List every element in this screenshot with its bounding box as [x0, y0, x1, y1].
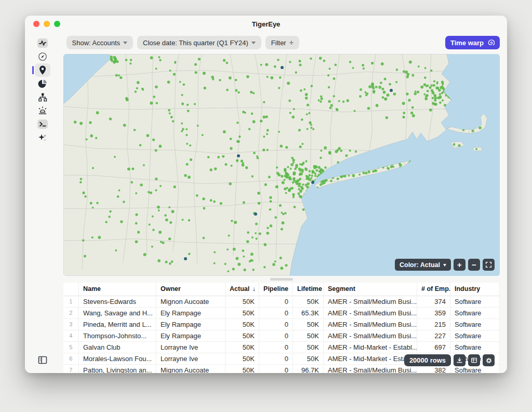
resize-handle[interactable]: [270, 278, 293, 281]
cell: Morales-Lawson Fou...: [79, 353, 156, 364]
cell: Wang, Savage and H...: [79, 307, 156, 318]
cell: AMER - Small/Medium Busi...: [324, 364, 417, 373]
close-window-button[interactable]: [33, 21, 39, 27]
download-icon: [456, 357, 463, 364]
cell: Thompson-Johnsto...: [79, 330, 156, 341]
sidebar-item-charts[interactable]: [35, 77, 50, 90]
column-header-actual[interactable]: Actual ↓: [225, 283, 259, 296]
column-header-pipeline[interactable]: Pipeline: [259, 283, 293, 296]
sidebar-item-explore[interactable]: [35, 50, 50, 63]
cell: 0: [259, 353, 293, 364]
org-chart-icon: [37, 92, 48, 102]
pie-chart-icon: [37, 78, 48, 89]
cell: Pineda, Merritt and L...: [79, 318, 156, 330]
minimize-window-button[interactable]: [44, 21, 50, 27]
column-header-lifetime-[interactable]: Lifetime ...: [293, 283, 324, 296]
sidebar-collapse-button[interactable]: [35, 353, 50, 367]
chevron-down-icon: [443, 264, 446, 267]
map-canvas[interactable]: Color: Actual + −: [63, 54, 500, 276]
filter-add-button[interactable]: Filter +: [265, 36, 299, 49]
fullscreen-icon: [485, 261, 492, 268]
cell: 50K: [225, 341, 259, 353]
row-number: 2: [63, 307, 79, 318]
pane-divider: [63, 276, 500, 283]
spiral-icon: [487, 39, 495, 47]
sidebar: [25, 32, 60, 373]
zoom-in-button[interactable]: +: [454, 259, 466, 271]
cell: Software: [450, 296, 500, 307]
row-number: 3: [63, 318, 79, 330]
show-dropdown-label: Show: Accounts: [72, 39, 121, 47]
cell: 96.7K: [293, 364, 324, 373]
show-dropdown[interactable]: Show: Accounts: [66, 36, 134, 49]
column-header-owner[interactable]: Owner: [156, 283, 225, 296]
sort-desc-icon: ↓: [250, 285, 256, 293]
map[interactable]: [63, 54, 500, 276]
map-controls: Color: Actual + −: [395, 259, 495, 271]
active-indicator: [32, 66, 34, 74]
results-table-panel: NameOwnerActual ↓PipelineLifetime ...Seg…: [63, 283, 500, 373]
time-warp-button[interactable]: Time warp: [445, 36, 500, 49]
sidebar-item-ai[interactable]: [35, 131, 50, 144]
cell: 0: [259, 318, 293, 330]
row-number: 4: [63, 330, 79, 341]
cell: Ely Rampage: [156, 330, 225, 341]
sidebar-item-alerts[interactable]: [35, 104, 50, 117]
table-row[interactable]: 1Stevens-EdwardsMignon Aucoate50K050KAME…: [63, 296, 500, 307]
close-date-dropdown[interactable]: Close date: This quarter (Q1 FY24): [137, 36, 261, 49]
sidebar-item-console[interactable]: [35, 117, 50, 131]
window-title: TigerEye: [25, 20, 507, 28]
cell: 50K: [293, 353, 324, 364]
cell: Lorrayne Ive: [156, 353, 225, 364]
cell: 215: [417, 318, 450, 330]
cell: Software: [450, 318, 500, 330]
cell: Ely Rampage: [156, 318, 225, 330]
sidebar-item-hierarchy[interactable]: [35, 90, 50, 104]
cell: 65.3K: [293, 307, 324, 318]
cell: 50K: [225, 353, 259, 364]
cell: Mignon Aucoate: [156, 364, 225, 373]
cell: AMER - Mid-Market - Establ...: [324, 353, 417, 364]
column-header-name[interactable]: Name: [79, 283, 156, 296]
column-header-rownum[interactable]: [63, 283, 79, 296]
titlebar: TigerEye: [25, 16, 507, 32]
table-row[interactable]: 4Thompson-Johnsto...Ely Rampage50K050KAM…: [63, 330, 500, 341]
columns-button[interactable]: [468, 354, 480, 366]
sidebar-item-activity[interactable]: [35, 36, 50, 50]
zoom-out-button[interactable]: −: [468, 259, 480, 271]
cell: 50K: [225, 296, 259, 307]
settings-button[interactable]: [483, 354, 495, 366]
sidebar-item-map[interactable]: [35, 63, 50, 77]
column-header-industry[interactable]: Industry: [450, 283, 500, 296]
table-row[interactable]: 5Galvan ClubLorrayne Ive50K050KAMER - Mi…: [63, 341, 500, 353]
fullscreen-button[interactable]: [483, 259, 495, 271]
cell: 50K: [293, 330, 324, 341]
column-header--of-emp-[interactable]: # of Emp...: [417, 283, 450, 296]
cell: 374: [417, 296, 450, 307]
table-row[interactable]: 2Wang, Savage and H...Ely Rampage50K065.…: [63, 307, 500, 318]
table-columns-icon: [471, 357, 477, 364]
cell: 0: [259, 341, 293, 353]
row-number: 7: [63, 364, 79, 373]
cell: AMER - Small/Medium Busi...: [324, 296, 417, 307]
app-window: TigerEye: [25, 16, 507, 373]
map-color-dropdown[interactable]: Color: Actual: [395, 259, 451, 271]
time-warp-label: Time warp: [450, 39, 484, 47]
terminal-icon: [37, 118, 48, 130]
chevron-down-icon: [251, 42, 256, 44]
compass-icon: [37, 51, 48, 62]
zoom-window-button[interactable]: [54, 21, 60, 27]
cell: 50K: [225, 330, 259, 341]
row-count-badge: 20000 rows: [404, 354, 451, 366]
map-color-label: Color: Actual: [400, 261, 440, 269]
download-button[interactable]: [454, 354, 466, 366]
cell: AMER - Mid-Market - Establ...: [324, 341, 417, 353]
chevron-down-icon: [123, 42, 127, 44]
column-header-segment[interactable]: Segment: [324, 283, 417, 296]
cell: Software: [450, 307, 500, 318]
table-row[interactable]: 3Pineda, Merritt and L...Ely Rampage50K0…: [63, 318, 500, 330]
cell: Galvan Club: [79, 341, 156, 353]
cell: 227: [417, 330, 450, 341]
cell: 0: [259, 364, 293, 373]
cell: Software: [450, 330, 500, 341]
